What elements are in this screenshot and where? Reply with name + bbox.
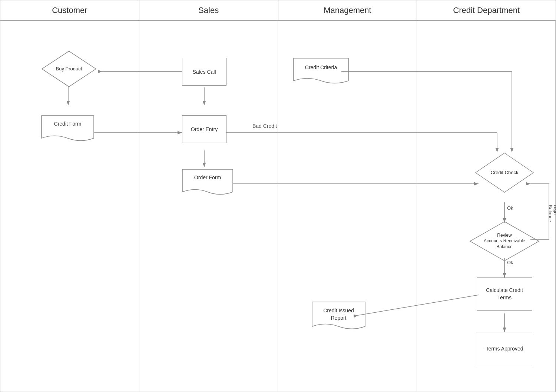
buy-product-shape: Buy Product — [41, 50, 97, 87]
credit-form-label: Credit Form — [41, 121, 94, 127]
terms-approved-shape: Terms Approved — [477, 332, 532, 365]
header-credit-dept: Credit Department — [417, 0, 556, 20]
credit-criteria-label: Credit Criteria — [293, 64, 349, 70]
header-sales: Sales — [139, 0, 278, 20]
credit-check-shape: Credit Check — [475, 152, 534, 193]
order-form-shape: Order Form — [182, 169, 233, 195]
sales-call-label: Sales Call — [192, 69, 216, 75]
review-ar-label: Review Accounts Receivable Balance — [484, 233, 525, 250]
header-management: Management — [278, 0, 417, 20]
review-ar-shape: Review Accounts Receivable Balance — [469, 221, 540, 262]
diagram-container: Customer Sales Management Credit Departm… — [0, 0, 556, 392]
ok2-label: Ok — [507, 260, 513, 265]
sales-call-shape: Sales Call — [182, 58, 226, 86]
bad-credit-label: Bad Credit — [252, 123, 277, 129]
terms-approved-label: Terms Approved — [486, 346, 523, 352]
order-form-label: Order Form — [182, 175, 233, 180]
order-entry-shape: Order Entry — [182, 115, 226, 143]
buy-product-label: Buy Product — [56, 66, 82, 72]
calculate-credit-shape: Calculate Credit Terms — [477, 278, 532, 311]
swimlane-body: Buy Product Credit Form Sales Call Order… — [0, 21, 556, 392]
order-entry-label: Order Entry — [191, 126, 218, 132]
credit-issued-label: Credit Issued Report — [312, 307, 365, 322]
swimlane-headers: Customer Sales Management Credit Departm… — [0, 0, 556, 21]
credit-criteria-shape: Credit Criteria — [293, 58, 349, 84]
high-balance-label: High Balance — [547, 205, 556, 222]
credit-issued-shape: Credit Issued Report — [312, 302, 365, 329]
ok1-label: Ok — [507, 205, 513, 211]
credit-check-label: Credit Check — [490, 170, 518, 176]
credit-form-shape: Credit Form — [41, 115, 94, 141]
calculate-credit-label: Calculate Credit Terms — [486, 287, 523, 301]
header-customer: Customer — [0, 0, 139, 20]
